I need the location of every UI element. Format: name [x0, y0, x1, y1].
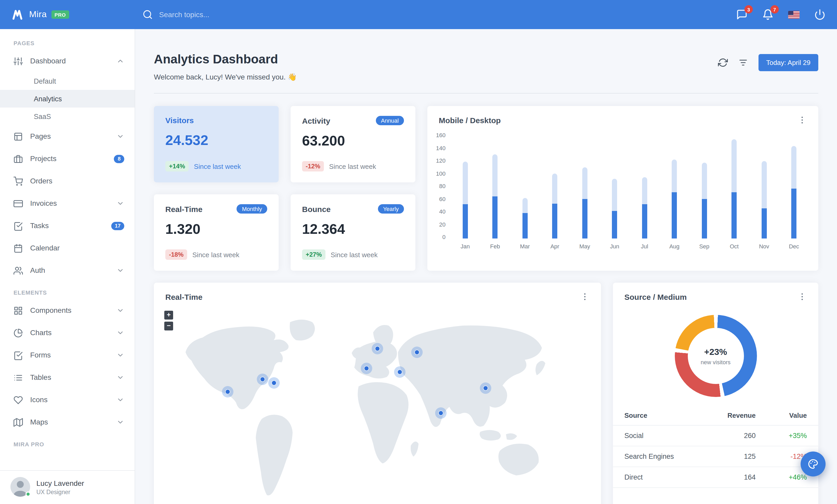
more-options-icon[interactable]: [580, 292, 590, 301]
sidebar-user[interactable]: Lucy Lavender UX Designer: [0, 470, 135, 504]
map-marker[interactable]: [222, 386, 233, 397]
search-input[interactable]: [159, 11, 294, 19]
sidebar-item-dashboard[interactable]: Dashboard: [0, 50, 135, 72]
world-map[interactable]: [163, 307, 592, 504]
mobile-bar-segment: [702, 199, 707, 239]
bar-column-apr: Apr: [540, 135, 570, 250]
y-axis-tick: 140: [436, 145, 446, 151]
map-marker[interactable]: [372, 343, 383, 354]
notifications-button[interactable]: 7: [762, 9, 773, 20]
chevron-down-icon: [117, 132, 124, 140]
sidebar-item-maps[interactable]: Maps: [0, 411, 135, 433]
stat-period-badge: Yearly: [378, 204, 404, 213]
sidebar-item-default[interactable]: Default: [0, 72, 135, 90]
mobile-bar-segment: [522, 213, 528, 239]
sidebar-item-orders[interactable]: Orders: [0, 170, 135, 192]
table-row-search-engines: Search Engines125-12%: [613, 446, 818, 467]
mobile-bar-segment: [493, 197, 498, 239]
map-marker[interactable]: [268, 377, 280, 389]
stat-title: Real-Time: [165, 204, 202, 213]
zoom-out-button[interactable]: −: [164, 322, 173, 331]
brand-link[interactable]: Mira PRO: [0, 7, 135, 22]
map-marker[interactable]: [480, 382, 491, 394]
chevron-down-icon: [117, 396, 124, 404]
sidebar-item-auth[interactable]: Auth: [0, 259, 135, 282]
sidebar-item-badge: 17: [111, 222, 124, 230]
sidebar-item-pages[interactable]: Pages: [0, 125, 135, 148]
top-row: Visitors24.532+14%Since last weekActivit…: [154, 106, 818, 271]
chevron-down-icon: [117, 266, 124, 274]
mobile-bar-segment: [552, 203, 557, 239]
map-marker[interactable]: [360, 363, 372, 374]
x-axis-label: Feb: [490, 243, 500, 250]
sidebar-item-label: Tables: [30, 373, 117, 382]
stacked-bar: [612, 179, 617, 239]
mobile-bar-segment: [732, 192, 737, 239]
stat-caption: Since last week: [192, 251, 239, 259]
sidebar-item-label: Forms: [30, 350, 117, 360]
sidebar-item-label: Invoices: [30, 199, 117, 208]
shopping-cart-icon: [14, 176, 23, 186]
header-actions: Today: April 29: [718, 54, 818, 71]
stat-footer: -18%Since last week: [165, 249, 267, 261]
bar-column-dec: Dec: [779, 135, 809, 250]
stat-title: Visitors: [165, 116, 194, 125]
desktop-bar-segment: [642, 178, 647, 204]
card-title: Real-Time: [165, 292, 202, 301]
donut-chart: +23% new visitors: [675, 315, 757, 397]
sidebar-item-forms[interactable]: Forms: [0, 344, 135, 366]
x-axis-label: May: [580, 243, 590, 250]
online-status-dot: [25, 491, 31, 497]
table-row-social: Social260+35%: [613, 425, 818, 446]
filter-button[interactable]: [738, 58, 748, 68]
desktop-bar-segment: [702, 163, 707, 199]
messages-button[interactable]: 3: [736, 9, 748, 20]
sidebar-item-tables[interactable]: Tables: [0, 366, 135, 389]
chevron-down-icon: [117, 418, 124, 426]
sidebar-item-label: Pages: [30, 131, 117, 141]
stat-value: 12.364: [302, 221, 404, 238]
sidebar-item-label: Icons: [30, 395, 117, 405]
calendar-icon: [14, 243, 23, 253]
sidebar-item-saas[interactable]: SaaS: [0, 108, 135, 125]
sidebar-item-tasks[interactable]: Tasks17: [0, 214, 135, 237]
more-options-icon[interactable]: [798, 292, 807, 301]
sidebar-item-invoices[interactable]: Invoices: [0, 192, 135, 214]
today-button[interactable]: Today: April 29: [758, 54, 818, 71]
more-options-icon[interactable]: [798, 115, 807, 125]
stacked-bar: [582, 167, 587, 239]
users-icon: [14, 266, 23, 275]
sidebar-item-calendar[interactable]: Calendar: [0, 237, 135, 259]
theme-settings-button[interactable]: [801, 451, 825, 477]
sidebar-item-analytics[interactable]: Analytics: [0, 90, 135, 108]
sidebar-item-badge: 8: [114, 154, 124, 163]
sidebar-item-label: Projects: [30, 154, 114, 164]
stat-period-badge: Monthly: [237, 204, 267, 213]
stat-title: Activity: [302, 116, 330, 125]
refresh-button[interactable]: [718, 58, 728, 68]
stat-value: 63.200: [302, 133, 404, 149]
sidebar-item-projects[interactable]: Projects8: [0, 148, 135, 170]
stat-value: 1.320: [165, 221, 267, 238]
sidebar-item-components[interactable]: Components: [0, 299, 135, 322]
map-marker[interactable]: [257, 374, 268, 385]
map-marker[interactable]: [411, 346, 423, 358]
realtime-map-card: Real-Time + −: [154, 283, 601, 504]
table-row-direct: Direct164+46%: [613, 467, 818, 488]
zoom-in-button[interactable]: +: [164, 311, 173, 320]
map-marker[interactable]: [435, 407, 447, 418]
us-flag-icon[interactable]: [788, 11, 800, 18]
check-square-icon: [14, 351, 23, 360]
map-marker[interactable]: [394, 366, 406, 377]
sidebar-item-charts[interactable]: Charts: [0, 322, 135, 344]
sidebar-item-label: Auth: [30, 265, 117, 275]
map-body: + −: [154, 304, 601, 504]
logout-button[interactable]: [814, 9, 825, 20]
sidebar-item-icons[interactable]: Icons: [0, 389, 135, 411]
bar-column-feb: Feb: [480, 135, 510, 250]
stat-period-badge: Annual: [376, 116, 404, 125]
y-axis-tick: 0: [442, 234, 446, 240]
stacked-bar: [522, 198, 528, 239]
pie-chart-icon: [14, 328, 23, 337]
mobile-desktop-card: Mobile / Desktop 160140120100806040200 J…: [427, 106, 818, 271]
